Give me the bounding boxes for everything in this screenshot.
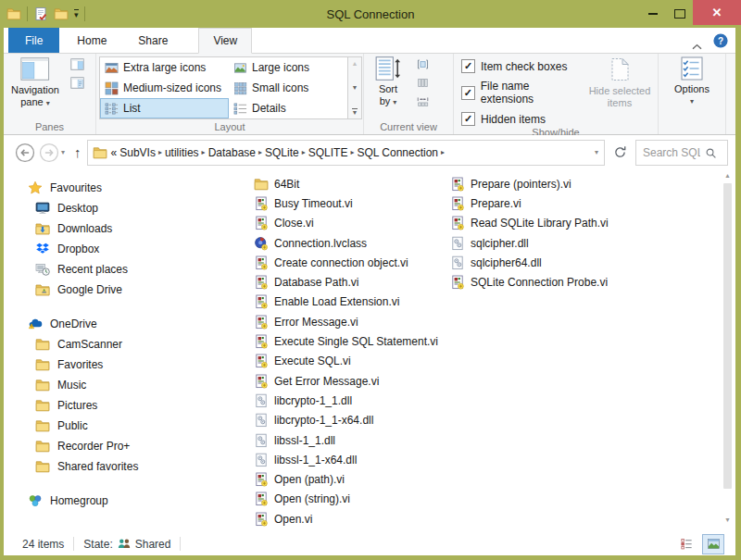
new-folder-icon[interactable] xyxy=(54,6,69,21)
layout-gallery-scrollbar[interactable]: ▲ ▼ ▼ xyxy=(348,56,362,119)
breadcrumb-segment-1[interactable]: SubVIs xyxy=(119,146,156,159)
file-item[interactable]: sqlcipher.dll xyxy=(450,233,609,253)
properties-icon[interactable] xyxy=(33,6,48,21)
sort-by-button[interactable]: Sort by ▾ xyxy=(364,53,412,108)
breadcrumb-separator-icon[interactable]: ▸ xyxy=(347,148,357,156)
checkbox-hidden-items[interactable]: ✓Hidden items xyxy=(461,112,584,126)
sidebar-group-homegroup[interactable]: Homegroup xyxy=(4,491,222,511)
sidebar-group-onedrive[interactable]: OneDrive xyxy=(4,314,222,334)
tab-view[interactable]: View xyxy=(198,28,252,54)
checkbox-icon[interactable]: ✓ xyxy=(461,86,475,100)
layout-option-extra-large-icons[interactable]: Extra large icons xyxy=(100,57,229,78)
file-item[interactable]: libcrypto-1_1-x64.dll xyxy=(254,411,450,430)
group-by-button[interactable] xyxy=(412,56,433,72)
refresh-button[interactable] xyxy=(613,145,627,159)
close-button[interactable]: ✕ xyxy=(693,0,741,25)
sidebar-item-desktop[interactable]: Desktop xyxy=(4,198,222,218)
breadcrumb-separator-icon[interactable]: ▸ xyxy=(256,148,265,156)
file-item[interactable]: Database Path.vi xyxy=(254,272,450,292)
search-input[interactable] xyxy=(641,145,702,160)
sidebar-item-shared-favorites[interactable]: Shared favorites xyxy=(4,456,222,477)
add-columns-button[interactable] xyxy=(412,75,433,91)
qat-customize-dropdown[interactable]: ▾ xyxy=(74,9,79,19)
sidebar-item-downloads[interactable]: Downloads xyxy=(4,218,222,239)
gallery-scroll-up-icon[interactable]: ▲ xyxy=(352,60,358,67)
details-pane-button[interactable] xyxy=(67,75,87,91)
hide-selected-items-button[interactable]: Hide selected items xyxy=(584,53,656,109)
details-view-button[interactable] xyxy=(675,534,697,554)
sidebar-item-pictures[interactable]: Pictures xyxy=(4,395,222,416)
size-columns-button[interactable] xyxy=(412,93,433,109)
breadcrumb[interactable]: «SubVIs▸utilities▸Database▸SQLite▸SQLITE… xyxy=(87,140,605,166)
breadcrumb-separator-icon[interactable]: ▸ xyxy=(438,148,447,156)
forward-button[interactable] xyxy=(39,143,59,163)
sidebar-item-google-drive[interactable]: Google Drive xyxy=(4,280,222,300)
sidebar-item-music[interactable]: Music xyxy=(4,375,222,395)
breadcrumb-segment-6[interactable]: SQL Connection xyxy=(357,146,438,159)
tab-share[interactable]: Share xyxy=(124,28,182,53)
minimize-ribbon-button[interactable] xyxy=(692,37,702,44)
file-item[interactable]: Error Message.vi xyxy=(254,312,450,331)
breadcrumb-separator-icon[interactable]: ▸ xyxy=(156,148,165,156)
sidebar-item-camscanner[interactable]: CamScanner xyxy=(4,334,222,355)
breadcrumb-segment-3[interactable]: Database xyxy=(208,146,256,159)
checkbox-icon[interactable]: ✓ xyxy=(461,112,475,126)
file-item[interactable]: Read SQLite Library Path.vi xyxy=(450,214,609,233)
sidebar-item-recorder-pro+[interactable]: Recorder Pro+ xyxy=(4,436,222,456)
breadcrumb-segment-5[interactable]: SQLITE xyxy=(308,146,348,159)
breadcrumb-separator-icon[interactable]: ▸ xyxy=(299,148,308,156)
layout-option-medium-sized-icons[interactable]: Medium-sized icons xyxy=(100,78,229,98)
minimize-button[interactable] xyxy=(639,0,666,28)
checkbox-file-name-extensions[interactable]: ✓File name extensions xyxy=(461,80,584,106)
gallery-more-icon[interactable]: ▼ xyxy=(352,108,358,116)
layout-option-list[interactable]: List xyxy=(100,98,229,118)
layout-option-large-icons[interactable]: Large icons xyxy=(229,57,347,78)
help-icon[interactable]: ? xyxy=(713,33,728,48)
file-item[interactable]: 64Bit xyxy=(254,174,450,193)
options-button[interactable]: Options ▾ xyxy=(664,53,720,107)
breadcrumb-segment-4[interactable]: SQLite xyxy=(265,146,299,159)
address-dropdown-icon[interactable]: ▾ xyxy=(595,148,600,156)
maximize-button[interactable] xyxy=(666,0,693,28)
file-item[interactable]: Prepare.vi xyxy=(450,193,609,213)
sidebar-item-public[interactable]: Public xyxy=(4,416,222,436)
file-item[interactable]: Busy Timeout.vi xyxy=(254,193,450,213)
file-item[interactable]: Prepare (pointers).vi xyxy=(450,174,609,193)
file-item[interactable]: Connection.lvclass xyxy=(254,233,450,253)
up-button[interactable]: ↑ xyxy=(74,144,82,160)
file-item[interactable]: Open (path).vi xyxy=(254,469,450,489)
file-item[interactable]: Execute SQL.vi xyxy=(254,352,450,371)
sidebar-group-favourites[interactable]: Favourites xyxy=(4,178,222,198)
thumbnails-view-button[interactable] xyxy=(702,534,724,554)
layout-option-details[interactable]: Details xyxy=(229,98,347,118)
tab-home[interactable]: Home xyxy=(63,28,120,53)
file-item[interactable]: libcrypto-1_1.dll xyxy=(254,391,450,410)
sidebar-item-dropbox[interactable]: Dropbox xyxy=(4,239,222,259)
navigation-pane-button[interactable]: Navigation pane ▾ xyxy=(4,53,67,109)
file-item[interactable]: Open (string).vi xyxy=(254,490,450,509)
file-item[interactable]: sqlcipher64.dll xyxy=(450,253,609,272)
file-item[interactable]: Execute Single SQL Statement.vi xyxy=(254,331,450,351)
file-item[interactable]: libssl-1_1.dll xyxy=(254,430,450,450)
checkbox-icon[interactable]: ✓ xyxy=(461,59,475,73)
state-label: State: xyxy=(83,538,112,551)
layout-option-small-icons[interactable]: Small icons xyxy=(229,78,347,98)
back-button[interactable] xyxy=(15,143,35,163)
file-item[interactable]: Open.vi xyxy=(254,509,450,529)
tab-file[interactable]: File xyxy=(8,28,59,53)
sidebar-item-recent-places[interactable]: Recent places xyxy=(4,259,222,280)
breadcrumb-separator-icon[interactable]: ▸ xyxy=(199,148,208,156)
search-box[interactable] xyxy=(635,140,728,166)
gallery-scroll-down-icon[interactable]: ▼ xyxy=(352,84,358,91)
checkbox-item-check-boxes[interactable]: ✓Item check boxes xyxy=(461,59,584,73)
file-item[interactable]: libssl-1_1-x64.dll xyxy=(254,450,450,469)
sidebar-item-favorites[interactable]: Favorites xyxy=(4,355,222,375)
file-item[interactable]: Create connection object.vi xyxy=(254,253,450,272)
preview-pane-button[interactable] xyxy=(67,56,87,72)
breadcrumb-segment-2[interactable]: utilities xyxy=(165,146,199,159)
file-item[interactable]: Get Error Message.vi xyxy=(254,371,450,391)
recent-locations-dropdown[interactable]: ▾ xyxy=(61,148,65,156)
file-item[interactable]: Enable Load Extension.vi xyxy=(254,292,450,312)
file-item[interactable]: Close.vi xyxy=(254,214,450,233)
file-item[interactable]: SQLite Connection Probe.vi xyxy=(450,272,609,292)
